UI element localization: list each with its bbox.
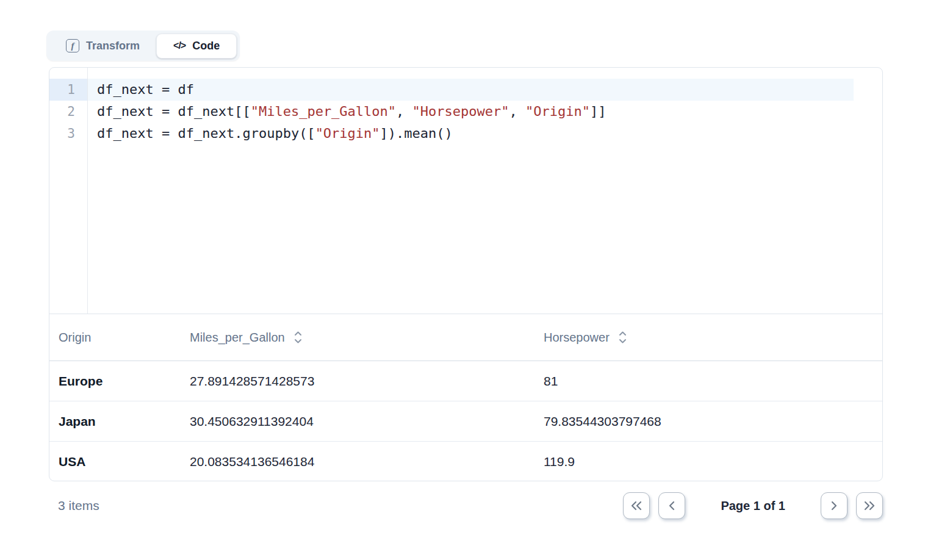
code-token-string: "Origin" [315,126,380,141]
pagination-controls: Page 1 of 1 [623,492,883,519]
code-token-plain: df_next = df_next.groupby([ [97,126,315,141]
prev-page-button[interactable] [658,492,685,519]
table-body: Europe27.89142857142857381Japan30.450632… [49,361,882,481]
cell-miles-per-gallon: 20.083534136546184 [190,454,544,469]
result-table: Origin Miles_per_Gallon [49,314,882,481]
cell-origin: USA [49,454,190,469]
sort-updown-icon[interactable] [618,331,627,344]
line-number: 1 [49,79,87,101]
cell-miles-per-gallon: 30.450632911392404 [190,414,544,429]
cell-miles-per-gallon: 27.891428571428573 [190,374,544,389]
table-row: USA20.083534136546184119.9 [49,442,882,481]
tab-code-label: Code [192,40,220,52]
column-header-hp-label: Horsepower [544,331,610,345]
line-number: 3 [49,123,87,145]
code-brackets-icon: </> [173,40,185,51]
double-chevron-right-icon [863,500,876,511]
chevron-left-icon [666,500,677,511]
code-token-plain: , [396,104,412,119]
code-line[interactable]: df_next = df_next.groupby(["Origin"]).me… [88,123,854,145]
column-header-mpg-label: Miles_per_Gallon [190,331,285,345]
first-page-button[interactable] [623,492,650,519]
column-header-origin: Origin [49,331,190,345]
tab-transform-label: Transform [86,40,140,52]
table-header-row: Origin Miles_per_Gallon [49,314,882,361]
cell-horsepower: 119.9 [544,454,882,469]
tab-code[interactable]: </> Code [156,34,237,59]
last-page-button[interactable] [856,492,883,519]
code-line[interactable]: df_next = df_next[["Miles_per_Gallon", "… [88,101,854,123]
cell-horsepower: 79.83544303797468 [544,414,882,429]
view-toggle-tabbar: f Transform </> Code [46,31,240,61]
function-icon: f [66,39,79,52]
code-line[interactable]: df_next = df [88,79,854,101]
code-editor[interactable]: 123 df_next = dfdf_next = df_next[["Mile… [49,68,882,314]
chevron-right-icon [829,500,840,511]
next-page-button[interactable] [821,492,848,519]
table-row: Japan30.45063291139240479.83544303797468 [49,401,882,442]
editor-code-column[interactable]: df_next = dfdf_next = df_next[["Miles_pe… [88,68,882,314]
code-token-plain: , [509,104,526,119]
double-chevron-left-icon [630,500,643,511]
table-footer: 3 items Page 1 of 1 [49,481,883,530]
tab-transform[interactable]: f Transform [49,34,156,59]
page-indicator: Page 1 of 1 [721,499,785,513]
code-token-plain: ]] [590,104,606,119]
cell-origin: Europe [49,374,190,389]
column-header-miles-per-gallon[interactable]: Miles_per_Gallon [190,331,544,345]
cell-origin: Japan [49,414,190,429]
editor-gutter: 123 [49,68,88,314]
column-header-horsepower[interactable]: Horsepower [544,331,882,345]
code-token-plain: df_next = df [97,82,194,97]
code-token-plain: ]).mean() [380,126,453,141]
cell-horsepower: 81 [544,374,882,389]
code-token-string: "Horsepower" [412,104,509,119]
code-token-string: "Origin" [525,104,590,119]
items-count: 3 items [49,498,99,513]
code-and-table-panel: 123 df_next = dfdf_next = df_next[["Mile… [49,67,883,481]
code-token-plain: df_next = df_next[[ [97,104,251,119]
line-number: 2 [49,101,87,123]
page: f Transform </> Code 123 df_next = dfdf_… [0,0,925,560]
table-row: Europe27.89142857142857381 [49,361,882,401]
column-header-origin-label: Origin [59,331,91,345]
code-token-string: "Miles_per_Gallon" [251,104,396,119]
sort-updown-icon[interactable] [293,331,303,344]
